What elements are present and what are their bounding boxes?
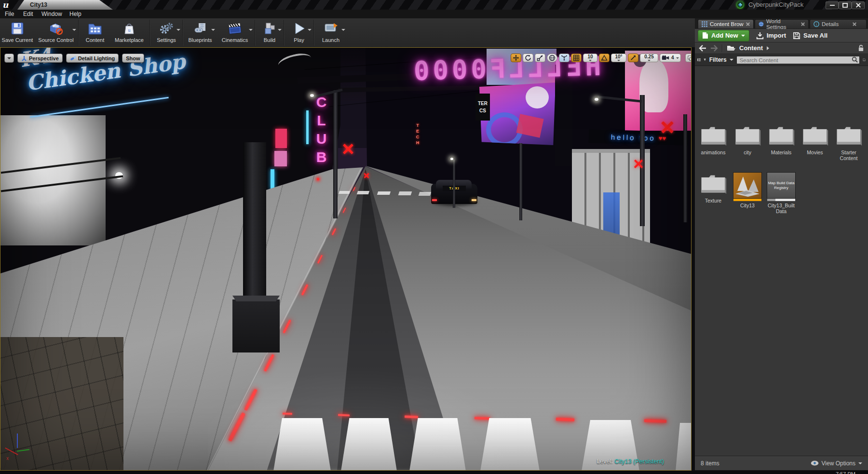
search-input[interactable] bbox=[736, 56, 860, 64]
asset-city13-built-data[interactable]: Map Build Data Registry City13_Built Dat… bbox=[765, 172, 798, 214]
world-icon bbox=[759, 21, 764, 27]
viewport-options-button[interactable] bbox=[4, 54, 14, 63]
back-arrow-icon[interactable] bbox=[699, 45, 706, 52]
content-button[interactable]: Content bbox=[80, 18, 110, 47]
minimize-button[interactable] bbox=[826, 1, 839, 9]
red-x-marker[interactable] bbox=[633, 159, 644, 169]
neon-sign-small bbox=[274, 151, 287, 166]
tab-world-settings[interactable]: World Settings bbox=[755, 19, 809, 28]
save-all-button[interactable]: Save All bbox=[793, 32, 827, 40]
build-button[interactable]: Build bbox=[257, 18, 283, 47]
view-mode-button[interactable]: Detail Lighting bbox=[66, 54, 119, 63]
close-icon bbox=[856, 3, 861, 8]
import-button[interactable]: Import bbox=[756, 32, 786, 40]
close-button[interactable] bbox=[852, 1, 865, 9]
info-icon: i bbox=[814, 21, 819, 27]
perspective-button[interactable]: Perspective bbox=[17, 54, 63, 63]
chevron-down-icon[interactable] bbox=[341, 29, 345, 31]
view-options-button[interactable]: View Options bbox=[811, 460, 862, 467]
scale-snap-toggle[interactable] bbox=[628, 54, 638, 62]
red-x-marker[interactable] bbox=[660, 120, 675, 135]
rotate-tool-button[interactable] bbox=[523, 54, 533, 62]
close-icon[interactable] bbox=[746, 22, 750, 26]
asset-folder-movies[interactable]: Movies bbox=[799, 125, 831, 155]
menu-edit[interactable]: Edit bbox=[23, 11, 33, 17]
item-count: 8 items bbox=[701, 460, 719, 467]
close-icon[interactable] bbox=[853, 22, 856, 26]
source-control-button[interactable]: Source Control bbox=[35, 18, 77, 47]
breadcrumb[interactable]: Content bbox=[739, 44, 763, 52]
grid-snap-value[interactable]: 10 bbox=[583, 54, 597, 62]
camera-speed-button[interactable]: 4 bbox=[660, 54, 681, 62]
menu-window[interactable]: Window bbox=[41, 11, 62, 17]
content-folder-icon bbox=[87, 20, 103, 37]
chevron-down-icon bbox=[676, 57, 679, 59]
scale-snap-value[interactable]: 0.25 bbox=[640, 54, 658, 62]
surface-snap-button[interactable] bbox=[559, 54, 570, 62]
tab-content-browser[interactable]: Content Brow bbox=[698, 19, 754, 28]
blueprints-button[interactable]: Blueprints bbox=[184, 18, 216, 47]
lamp-glow bbox=[450, 158, 453, 160]
asset-level-city13[interactable]: City13 bbox=[731, 172, 764, 208]
level-name[interactable]: City13 (Persistent) bbox=[614, 458, 664, 465]
maximize-icon bbox=[687, 55, 692, 61]
chevron-down-icon bbox=[7, 57, 11, 59]
chevron-right-icon[interactable] bbox=[767, 46, 769, 50]
world-space-button[interactable] bbox=[547, 54, 557, 62]
red-x-marker[interactable] bbox=[363, 172, 369, 178]
filters-label[interactable]: Filters bbox=[709, 56, 727, 63]
chevron-down-icon[interactable] bbox=[176, 29, 180, 31]
menu-file[interactable]: File bbox=[5, 11, 14, 17]
toolbar-separator bbox=[149, 20, 150, 46]
sources-panel-icon[interactable] bbox=[697, 56, 701, 63]
launch-button[interactable]: Launch bbox=[315, 18, 346, 47]
asset-grid[interactable]: animations city Materials Movies Starter… bbox=[695, 66, 868, 456]
move-tool-button[interactable] bbox=[511, 54, 521, 62]
content-browser-icon bbox=[702, 21, 707, 27]
angle-snap-toggle[interactable] bbox=[599, 54, 610, 62]
add-new-button[interactable]: Add New bbox=[698, 30, 749, 41]
restore-button[interactable] bbox=[839, 1, 852, 9]
chevron-down-icon[interactable] bbox=[730, 59, 733, 61]
show-button[interactable]: Show bbox=[122, 54, 144, 63]
chevron-down-icon bbox=[858, 462, 862, 464]
maximize-viewport-button[interactable] bbox=[685, 54, 692, 62]
red-x-marker[interactable] bbox=[342, 143, 354, 155]
foreground-column bbox=[243, 142, 266, 302]
panel-splitter[interactable] bbox=[692, 47, 695, 471]
tab-details[interactable]: i Details bbox=[810, 19, 867, 28]
asset-folder-city[interactable]: city bbox=[731, 125, 764, 155]
forward-arrow-icon[interactable] bbox=[710, 45, 718, 52]
menu-help[interactable]: Help bbox=[69, 11, 81, 17]
asset-color-bar bbox=[733, 199, 761, 201]
level-tab[interactable]: City13 bbox=[17, 0, 113, 10]
folder-icon bbox=[768, 125, 795, 146]
grid-snap-toggle[interactable] bbox=[571, 54, 582, 62]
chevron-down-icon[interactable] bbox=[308, 29, 312, 31]
asset-folder-materials[interactable]: Materials bbox=[765, 125, 798, 155]
chevron-down-icon[interactable] bbox=[249, 29, 253, 31]
cinematics-button[interactable]: Cinematics bbox=[216, 18, 254, 47]
asset-folder-starter-content[interactable]: Starter Content bbox=[832, 125, 865, 161]
scale-tool-button[interactable] bbox=[535, 54, 545, 62]
title-bar[interactable]: u City13 CyberpunkCityPack bbox=[0, 0, 868, 10]
unreal-logo-icon: u bbox=[2, 0, 13, 10]
marketplace-button[interactable]: u Marketplace bbox=[110, 18, 149, 47]
close-icon[interactable] bbox=[801, 22, 805, 26]
asset-folder-animations[interactable]: animations bbox=[697, 125, 730, 155]
billboard-anime bbox=[479, 82, 556, 145]
chevron-down-icon[interactable] bbox=[211, 29, 215, 31]
chevron-down-icon bbox=[648, 60, 651, 61]
angle-snap-value[interactable]: 10° bbox=[611, 54, 626, 62]
save-current-button[interactable]: Save Current bbox=[0, 18, 35, 47]
save-search-icon[interactable] bbox=[863, 56, 866, 63]
launch-icon bbox=[323, 20, 339, 37]
settings-button[interactable]: Settings bbox=[151, 18, 181, 47]
asset-folder-texture[interactable]: Texture bbox=[697, 173, 730, 203]
angle-icon bbox=[601, 54, 608, 61]
lock-icon[interactable] bbox=[858, 44, 864, 52]
chevron-down-icon[interactable] bbox=[278, 29, 282, 31]
chevron-down-icon[interactable] bbox=[72, 29, 76, 31]
play-button[interactable]: Play bbox=[285, 18, 312, 47]
viewport-canvas[interactable]: K4 Chicken Shop CLUB TER CS bbox=[0, 47, 692, 471]
